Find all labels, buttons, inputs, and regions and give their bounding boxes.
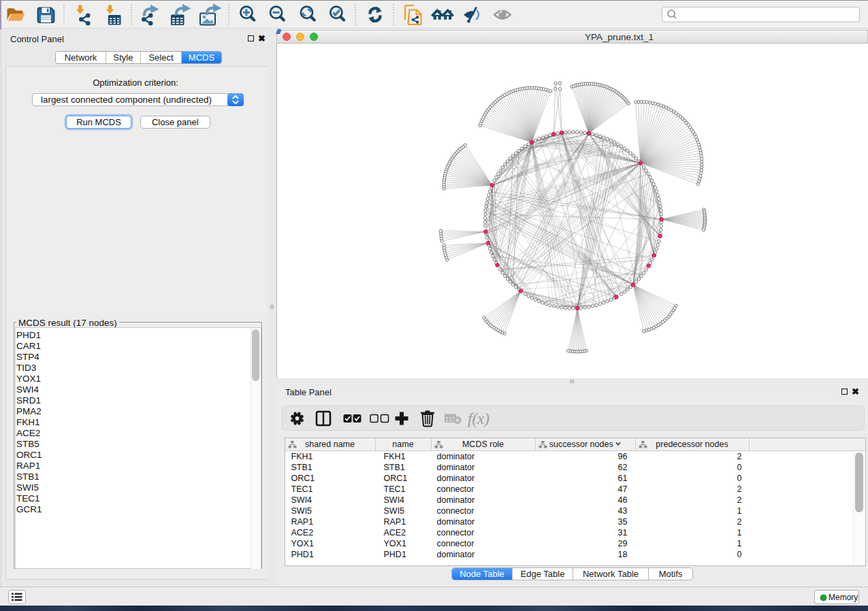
svg-text:f(x): f(x) <box>468 410 489 427</box>
